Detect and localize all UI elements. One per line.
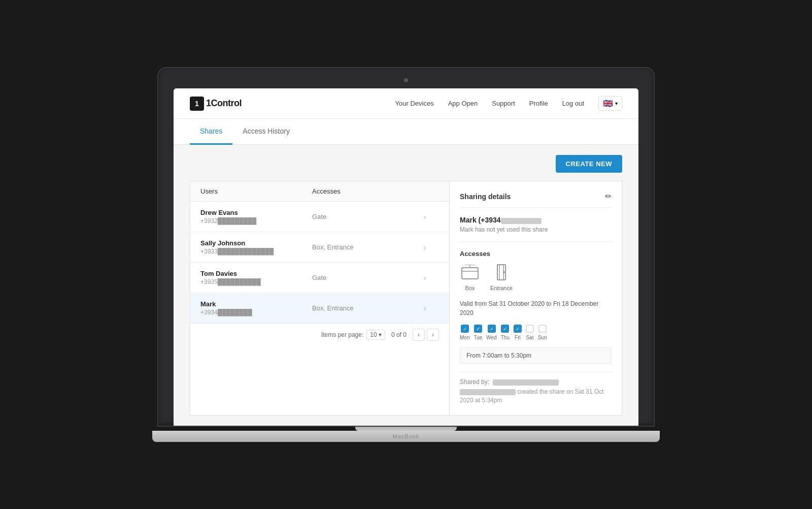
- user-name: Sally Johnson: [200, 239, 312, 247]
- time-range: From 7:00am to 5:30pm: [460, 347, 612, 364]
- page-nav: ‹ ›: [413, 329, 439, 341]
- user-cell: Drew Evans +3932█████████: [200, 209, 312, 225]
- accesses-label: Accesses: [460, 250, 612, 258]
- col-users: Users: [200, 187, 312, 195]
- sharing-panel: Sharing details ✏ Mark (+3934 Mark has n…: [450, 181, 622, 416]
- create-new-button[interactable]: CREATE NEW: [556, 155, 622, 173]
- screen-bezel: 1 1Control Your Devices App Open Support…: [157, 67, 655, 427]
- user-cell: Mark +3934████████: [200, 300, 312, 316]
- screen: 1 1Control Your Devices App Open Support…: [174, 88, 638, 426]
- day-checkbox[interactable]: [514, 325, 522, 333]
- nav-app-open[interactable]: App Open: [448, 100, 478, 107]
- tab-access-history[interactable]: Access History: [232, 119, 300, 145]
- chevron-right-icon: ›: [424, 274, 439, 282]
- day-item-wed: Wed: [486, 325, 496, 340]
- panel-header: Sharing details ✏: [460, 192, 612, 208]
- validity-text: Valid from Sat 31 October 2020 to Fri 18…: [460, 299, 612, 317]
- table-row[interactable]: Drew Evans +3932█████████ Gate ›: [190, 202, 449, 232]
- day-checkbox[interactable]: [488, 325, 496, 333]
- language-button[interactable]: 🇬🇧 ▾: [598, 96, 622, 111]
- laptop-brand: MacBook: [393, 433, 420, 439]
- access-entrance: Entrance: [490, 264, 513, 291]
- laptop-base: MacBook: [152, 431, 660, 442]
- table-header: Users Accesses: [190, 181, 449, 202]
- user-phone: +3934████████: [200, 309, 312, 316]
- box-label: Box: [465, 285, 475, 291]
- days-row: MonTueWedThuFriSatSun: [460, 325, 612, 340]
- day-checkbox[interactable]: [538, 325, 547, 333]
- per-page-label: Items per page:: [321, 331, 363, 338]
- per-page-dropdown[interactable]: 10 ▾: [366, 330, 385, 340]
- table-row[interactable]: Mark +3934████████ Box, Entrance ›: [190, 293, 449, 324]
- shared-by-label: Shared by:: [460, 378, 612, 386]
- box-icon: [460, 264, 480, 282]
- entrance-icon: [491, 264, 512, 282]
- toolbar: CREATE NEW: [190, 155, 622, 173]
- shared-by-detail: created the share on Sat 31 Oct 2020 at …: [460, 388, 612, 405]
- user-cell: Tom Davies +3935██████████: [200, 270, 312, 285]
- app-logo: 1 1Control: [190, 97, 242, 111]
- user-phone: +3932█████████: [200, 217, 312, 225]
- day-checkbox[interactable]: [526, 325, 534, 333]
- nav-your-devices[interactable]: Your Devices: [395, 100, 434, 107]
- day-checkbox[interactable]: [474, 325, 482, 333]
- entrance-label: Entrance: [490, 285, 513, 291]
- day-item-mon: Mon: [460, 325, 469, 340]
- nav-log-out[interactable]: Log out: [562, 100, 584, 107]
- user-phone: +3933█████████████: [200, 248, 312, 255]
- day-label: Thu: [501, 335, 510, 340]
- svg-rect-1: [462, 268, 478, 271]
- main-content: CREATE NEW Users Accesses Drew E: [174, 145, 638, 426]
- chevron-right-icon: ›: [424, 304, 439, 312]
- user-cell: Sally Johnson +3933█████████████: [200, 239, 312, 255]
- laptop-frame: 1 1Control Your Devices App Open Support…: [157, 67, 655, 442]
- page-info: 0 of 0: [391, 331, 407, 338]
- user-status: Mark has not yet used this share: [460, 226, 612, 233]
- users-table: Users Accesses Drew Evans +3932█████████…: [190, 181, 450, 416]
- laptop-notch: [355, 427, 457, 431]
- nav-profile[interactable]: Profile: [529, 100, 548, 107]
- day-label: Wed: [486, 335, 496, 340]
- next-page-button[interactable]: ›: [427, 329, 439, 341]
- name-blurred: [501, 218, 542, 224]
- day-label: Sat: [526, 335, 533, 340]
- dropdown-arrow: ▾: [379, 331, 382, 338]
- app-header: 1 1Control Your Devices App Open Support…: [174, 88, 638, 119]
- user-phone: +3935██████████: [200, 278, 312, 285]
- email-blurred: [493, 379, 559, 386]
- access-text: Box, Entrance: [312, 243, 424, 251]
- per-page-select: Items per page: 10 ▾: [321, 330, 385, 340]
- tab-shares[interactable]: Shares: [190, 119, 232, 145]
- camera: [404, 78, 408, 82]
- access-text: Box, Entrance: [312, 304, 424, 312]
- prev-page-button[interactable]: ‹: [413, 329, 425, 341]
- detail-blurred: [460, 389, 516, 395]
- day-item-sat: Sat: [526, 325, 534, 340]
- access-box: Box: [460, 264, 480, 291]
- svg-point-6: [503, 271, 505, 273]
- nav-support[interactable]: Support: [492, 100, 515, 107]
- panel-title: Sharing details: [460, 193, 511, 201]
- logo-icon: 1: [190, 97, 204, 111]
- access-text: Gate: [312, 213, 424, 220]
- table-row[interactable]: Tom Davies +3935██████████ Gate ›: [190, 263, 449, 293]
- day-label: Mon: [460, 335, 469, 340]
- day-item-tue: Tue: [473, 325, 482, 340]
- col-accesses: Accesses: [312, 187, 424, 195]
- access-text: Gate: [312, 274, 424, 281]
- access-icons: Box: [460, 264, 612, 291]
- day-checkbox[interactable]: [461, 325, 469, 333]
- table-row[interactable]: Sally Johnson +3933█████████████ Box, En…: [190, 232, 449, 263]
- chevron-down-icon: ▾: [615, 101, 618, 106]
- edit-icon[interactable]: ✏: [605, 192, 612, 201]
- chevron-right-icon: ›: [424, 243, 439, 251]
- user-name: Tom Davies: [200, 270, 312, 277]
- pagination: Items per page: 10 ▾ 0 of 0 ‹ ›: [190, 324, 449, 346]
- chevron-right-icon: ›: [424, 213, 439, 221]
- day-checkbox[interactable]: [501, 325, 509, 333]
- user-info-section: Mark (+3934 Mark has not yet used this s…: [460, 216, 612, 242]
- day-label: Tue: [473, 335, 482, 340]
- app-nav: Your Devices App Open Support Profile Lo…: [395, 96, 622, 111]
- day-label: Sun: [538, 335, 547, 340]
- shared-user-name: Mark (+3934: [460, 216, 612, 224]
